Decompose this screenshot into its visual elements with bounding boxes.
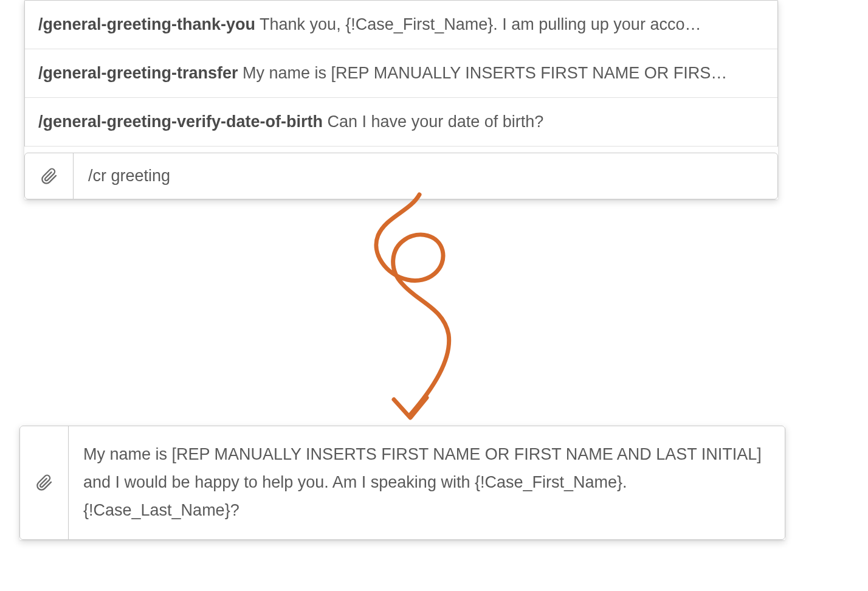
message-input-row: My name is [REP MANUALLY INSERTS FIRST N… xyxy=(19,426,785,540)
message-input[interactable]: /cr greeting xyxy=(74,153,777,199)
suggestions-panel: /general-greeting-thank-you Thank you, {… xyxy=(24,0,778,199)
attach-button[interactable] xyxy=(20,426,69,539)
suggestion-list: /general-greeting-thank-you Thank you, {… xyxy=(24,0,778,147)
suggestion-item[interactable]: /general-greeting-thank-you Thank you, {… xyxy=(25,1,777,49)
suggestion-item[interactable]: /general-greeting-transfer My name is [R… xyxy=(25,49,777,98)
suggestion-item[interactable]: /general-greeting-verify-date-of-birth C… xyxy=(25,98,777,147)
annotation-arrow xyxy=(353,190,486,427)
paperclip-icon xyxy=(41,168,58,185)
curly-arrow-icon xyxy=(353,190,486,427)
suggestion-command: /general-greeting-thank-you xyxy=(38,15,255,33)
suggestion-command: /general-greeting-verify-date-of-birth xyxy=(38,112,323,131)
suggestion-command: /general-greeting-transfer xyxy=(38,64,238,82)
message-input[interactable]: My name is [REP MANUALLY INSERTS FIRST N… xyxy=(69,426,785,539)
result-panel: My name is [REP MANUALLY INSERTS FIRST N… xyxy=(19,426,785,540)
suggestion-text: Can I have your date of birth? xyxy=(323,112,543,131)
message-input-row: /cr greeting xyxy=(24,153,778,199)
suggestion-text: Thank you, {!Case_First_Name}. I am pull… xyxy=(255,15,701,33)
suggestion-text: My name is [REP MANUALLY INSERTS FIRST N… xyxy=(238,64,728,82)
paperclip-icon xyxy=(36,474,53,491)
attach-button[interactable] xyxy=(25,153,74,199)
